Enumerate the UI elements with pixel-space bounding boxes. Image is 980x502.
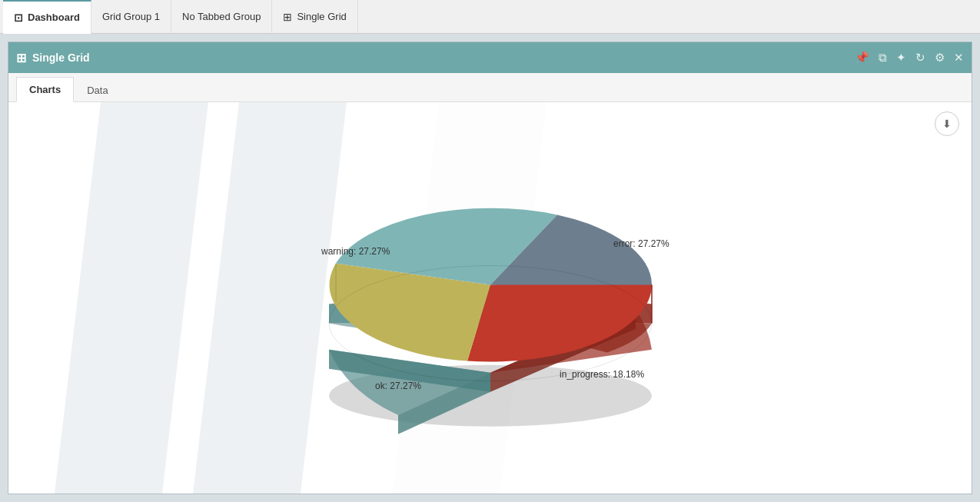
tab-data[interactable]: Data bbox=[74, 78, 121, 102]
pie-chart-main: error: 27.27% warning: 27.27% ok: 27.27%… bbox=[283, 177, 698, 446]
tab-bar: Charts Data bbox=[8, 73, 972, 102]
panel-header: ⊞ Single Grid 📌 ⧉ ✦ ↻ ⚙ ✕ bbox=[8, 42, 972, 73]
dashboard-icon: ⊡ bbox=[14, 12, 23, 24]
top-nav: ⊡ Dashboard Grid Group 1 No Tabbed Group… bbox=[0, 0, 980, 34]
nav-tab-dashboard[interactable]: ⊡ Dashboard bbox=[3, 0, 91, 34]
inprogress-label: in_progress: 18.18% bbox=[560, 368, 644, 379]
chart-area: ⬇ bbox=[8, 102, 972, 494]
grid-icon: ⊞ bbox=[283, 11, 292, 23]
refresh-button[interactable]: ↻ bbox=[915, 51, 925, 65]
tab-charts[interactable]: Charts bbox=[16, 77, 74, 102]
panel-title: ⊞ Single Grid bbox=[16, 51, 90, 65]
main-area: ⊞ Single Grid 📌 ⧉ ✦ ↻ ⚙ ✕ Charts Data bbox=[0, 34, 980, 502]
error-label: error: 27.27% bbox=[613, 238, 669, 248]
nav-tab-grid-group-1[interactable]: Grid Group 1 bbox=[91, 0, 171, 34]
pin-button[interactable]: 📌 bbox=[855, 51, 869, 65]
maximize-button[interactable]: ✦ bbox=[896, 51, 906, 65]
panel-grid-icon: ⊞ bbox=[16, 51, 26, 65]
nav-tab-no-tabbed-group[interactable]: No Tabbed Group bbox=[171, 0, 272, 34]
popout-button[interactable]: ⧉ bbox=[879, 51, 887, 65]
panel: ⊞ Single Grid 📌 ⧉ ✦ ↻ ⚙ ✕ Charts Data bbox=[8, 42, 972, 494]
download-button[interactable]: ⬇ bbox=[935, 111, 959, 136]
settings-button[interactable]: ⚙ bbox=[935, 51, 945, 65]
download-icon: ⬇ bbox=[942, 118, 952, 130]
ok-label: ok: 27.27% bbox=[375, 380, 421, 391]
panel-actions: 📌 ⧉ ✦ ↻ ⚙ ✕ bbox=[855, 51, 964, 65]
nav-tab-single-grid[interactable]: ⊞ Single Grid bbox=[272, 0, 357, 34]
warning-label: warning: 27.27% bbox=[321, 245, 390, 256]
close-button[interactable]: ✕ bbox=[954, 51, 964, 65]
